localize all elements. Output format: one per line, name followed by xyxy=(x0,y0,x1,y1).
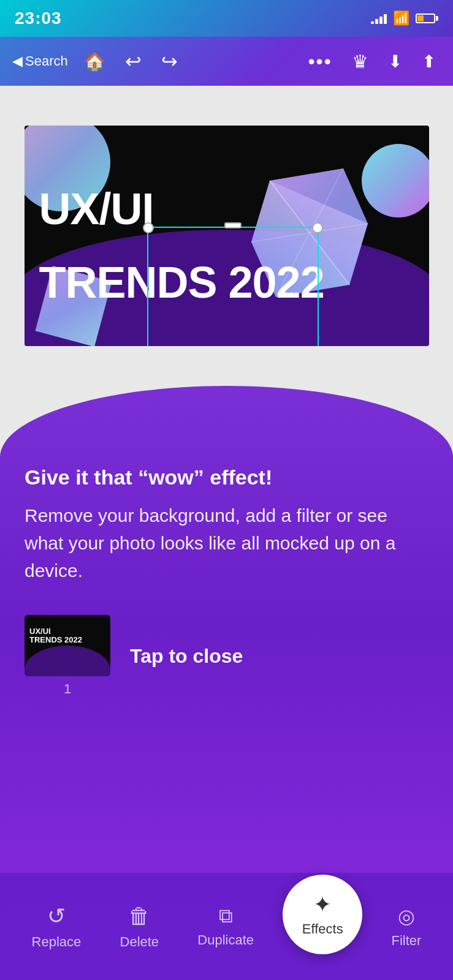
redo-button[interactable]: ↪ xyxy=(156,47,183,75)
share-button[interactable]: ⬆ xyxy=(417,49,441,74)
back-label: Search xyxy=(25,53,68,69)
tap-to-close[interactable]: Tap to close xyxy=(130,645,243,668)
handle-tm[interactable] xyxy=(224,222,242,228)
nav-bar: ◀ Search 🏠 ↩ ↪ ••• ♛ ⬇ ⬆ xyxy=(0,37,453,86)
delete-label: Delete xyxy=(120,934,159,950)
replace-icon: ↺ xyxy=(47,903,66,929)
nav-right: ••• ♛ ⬇ ⬆ xyxy=(303,48,441,75)
design-text-trends: TRENDS 2022 xyxy=(39,260,324,304)
page-number: 1 xyxy=(25,681,110,697)
thumbnail-text: UX/UITRENDS 2022 xyxy=(29,627,82,645)
wifi-icon: 📶 xyxy=(393,10,409,26)
status-icons: 📶 xyxy=(371,10,438,26)
download-button[interactable]: ⬇ xyxy=(383,49,407,74)
replace-button[interactable]: ↺ Replace xyxy=(22,899,91,955)
effects-icon: ✦ xyxy=(313,892,332,918)
back-button[interactable]: ◀ Search xyxy=(12,53,68,69)
canvas-area: UX/UI TRENDS 2022 ↻ xyxy=(0,86,453,386)
thumbnail-container: UX/UITRENDS 2022 1 xyxy=(25,615,110,697)
design-text-uxui: UX/UI xyxy=(39,187,154,231)
bottom-toolbar: ↺ Replace 🗑 Delete ⧉ Duplicate ✦ Effects… xyxy=(0,873,453,980)
filter-icon: ◎ xyxy=(398,905,415,928)
filter-button[interactable]: ◎ Filter xyxy=(381,900,431,954)
duplicate-button[interactable]: ⧉ Duplicate xyxy=(188,900,264,953)
filter-label: Filter xyxy=(391,933,421,949)
nav-left: ◀ Search xyxy=(12,53,74,69)
back-arrow-icon: ◀ xyxy=(12,53,23,69)
wow-description: Remove your background, add a filter or … xyxy=(25,502,428,584)
signal-icon xyxy=(371,13,387,24)
crown-button[interactable]: ♛ xyxy=(347,48,373,75)
duplicate-label: Duplicate xyxy=(197,932,254,948)
status-time: 23:03 xyxy=(15,9,62,28)
tap-row: UX/UITRENDS 2022 1 Tap to close xyxy=(25,615,428,697)
design-thumbnail: UX/UITRENDS 2022 xyxy=(25,615,110,676)
status-bar: 23:03 📶 xyxy=(0,0,453,37)
design-card[interactable]: UX/UI TRENDS 2022 xyxy=(25,126,429,346)
delete-icon: 🗑 xyxy=(128,903,150,929)
undo-button[interactable]: ↩ xyxy=(120,47,147,75)
delete-button[interactable]: 🗑 Delete xyxy=(110,899,169,955)
replace-label: Replace xyxy=(32,934,82,950)
wow-title: Give it that “wow” effect! xyxy=(25,466,428,489)
duplicate-icon: ⧉ xyxy=(219,905,233,927)
battery-icon xyxy=(416,13,438,23)
more-options-button[interactable]: ••• xyxy=(303,48,337,75)
home-button[interactable]: 🏠 xyxy=(79,49,110,74)
effects-label: Effects xyxy=(302,921,343,937)
effects-button[interactable]: ✦ Effects xyxy=(283,875,362,954)
